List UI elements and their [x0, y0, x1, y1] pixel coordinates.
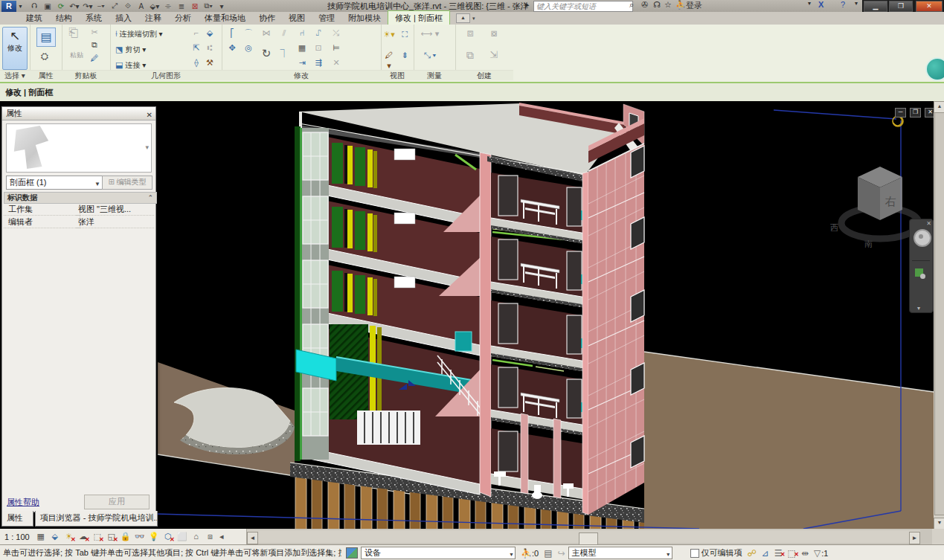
tag-icon[interactable]: ⟐ — [123, 1, 133, 10]
copy-modify-icon[interactable]: ◎ — [243, 42, 254, 53]
communication-icon[interactable]: ☊ — [653, 0, 661, 10]
search-binoculars-icon[interactable]: ⌕ — [629, 0, 634, 10]
app-menu-button[interactable]: R — [1, 1, 16, 12]
panel-properties-label[interactable]: 属性 — [30, 70, 62, 80]
steering-wheel-icon[interactable] — [914, 229, 931, 247]
thin-lines-icon[interactable]: ≣ — [176, 2, 187, 10]
active-workset-icon[interactable] — [346, 547, 358, 559]
measure-along-icon[interactable]: ⤡ ▾ — [420, 50, 440, 60]
property-value[interactable]: 张洋 — [76, 216, 154, 228]
paint-hammer-icon[interactable]: ⚒ — [204, 57, 216, 68]
filter-count[interactable]: :1 — [821, 549, 828, 558]
delete-icon[interactable]: ✕ — [330, 57, 342, 68]
tab-view[interactable]: 视图 — [282, 11, 312, 25]
unjoin-icon[interactable]: ⇱ — [190, 42, 202, 53]
sun-path-icon[interactable]: ☀✕ — [63, 531, 75, 542]
panel-geometry-label[interactable]: 几何图形 — [110, 70, 222, 80]
select-by-face-icon[interactable]: ⬚✕ — [788, 548, 796, 559]
cut-geometry-button[interactable]: ⬔剪切 ▾ — [115, 45, 146, 55]
redo-icon[interactable]: ↷▾ — [83, 2, 93, 10]
design-option-combo[interactable]: 主模型▼ — [568, 547, 672, 559]
zoom-tool-icon[interactable] — [915, 268, 923, 277]
compass-west[interactable]: 西 — [830, 223, 838, 232]
rotate-icon[interactable]: ↻ — [260, 48, 272, 59]
close-button[interactable]: ✕ — [916, 1, 943, 12]
section-box-rotate-handle[interactable] — [893, 116, 903, 126]
scroll-up-icon[interactable]: ▲ — [934, 101, 944, 113]
open-icon[interactable]: ⮉ — [29, 1, 39, 10]
tab-addins[interactable]: 附加模块 — [341, 11, 388, 25]
tab-annotate[interactable]: 注释 — [138, 11, 168, 25]
tab-insert[interactable]: 插入 — [109, 11, 138, 25]
paste-label[interactable]: 粘贴 — [65, 50, 88, 60]
copy-icon[interactable]: ⧉ — [89, 39, 100, 50]
exchange-apps-icon[interactable]: X — [818, 0, 823, 9]
panel-view-label[interactable]: 视图 — [381, 70, 414, 80]
palette-title[interactable]: 属性 ✕ — [2, 107, 155, 120]
properties-icon[interactable]: ▤ — [36, 28, 56, 47]
editing-requests-count[interactable]: :0 — [532, 549, 539, 558]
array-icon[interactable]: ▦ — [296, 42, 308, 53]
override-graphics-icon[interactable]: ⛶ — [399, 29, 411, 39]
switch-windows-icon[interactable]: ⧉▾ — [203, 1, 213, 10]
navbar-close-icon[interactable]: ✕ — [926, 220, 931, 227]
sync-icon[interactable]: ⟳ — [56, 2, 66, 10]
filter-icon[interactable]: ▽ — [814, 548, 821, 559]
ribbon-collapse-button[interactable]: ▲ — [456, 13, 470, 23]
beam-join-icon[interactable]: ⑆ — [204, 42, 216, 53]
constraints-icon[interactable]: ⧈ — [205, 531, 216, 542]
vertical-scroll-thumb[interactable] — [934, 112, 944, 515]
design-options-icon[interactable]: ▤ — [544, 548, 552, 559]
temporary-view-properties-icon[interactable]: ⬜ — [176, 531, 188, 542]
property-value[interactable]: 视图 "三维视... — [76, 203, 154, 216]
shadows-icon[interactable]: ☁✕ — [77, 531, 89, 542]
sign-in-label[interactable]: 登录 — [686, 0, 702, 11]
select-underlay-icon[interactable]: ⊿ — [762, 548, 769, 559]
move-icon[interactable]: ✥ — [226, 42, 238, 53]
restore-button[interactable]: ❐ — [889, 1, 913, 12]
apply-button[interactable]: 应用 — [84, 495, 150, 509]
trim-single-icon[interactable]: ⇥ — [296, 57, 308, 68]
editable-only-checkbox[interactable] — [690, 549, 699, 558]
create-assembly-icon[interactable]: ⧉ — [464, 50, 476, 60]
trim-icon[interactable]: ⏋ — [278, 48, 290, 59]
create-similar-icon[interactable]: ⧇ — [488, 28, 500, 38]
infocenter-expand-icon[interactable]: ▸ — [525, 0, 530, 10]
tab-structure[interactable]: 结构 — [49, 11, 79, 25]
scale-icon[interactable]: ▦ — [35, 531, 47, 542]
align-icon[interactable]: ⎡ — [226, 28, 238, 38]
active-workset-combo[interactable]: 设备▼ — [361, 547, 516, 559]
match-properties-icon[interactable]: 🖉 — [89, 53, 100, 63]
ribbon-collapse-arrow-icon[interactable]: ▾ — [472, 16, 475, 22]
tab-manage[interactable]: 管理 — [312, 11, 341, 25]
tab-collaborate[interactable]: 协作 — [252, 11, 282, 25]
modify-tool-button[interactable]: ↖ 修改 — [2, 27, 28, 70]
mirror-line-icon[interactable]: ⫽ — [278, 28, 290, 38]
compass-south[interactable]: 南 — [864, 239, 873, 248]
type-selector-arrow-icon[interactable]: ▼ — [94, 178, 100, 190]
help-icon[interactable]: ? — [841, 0, 845, 9]
dimension-icon[interactable]: ⤢ — [109, 1, 120, 10]
reveal-hidden-icon[interactable]: 💡 — [148, 531, 160, 542]
trim-multiple-icon[interactable]: ⇶ — [312, 57, 324, 68]
horizontal-scrollbar[interactable]: ◄ ► — [247, 530, 920, 543]
view-restore-icon[interactable]: ❐ — [910, 108, 921, 118]
worksharing-display-icon[interactable]: ⬡✕ — [162, 531, 174, 542]
join-end-cut-button[interactable]: ⟊连接端切割 ▾ — [115, 29, 163, 39]
split-gap-icon[interactable]: ⑀ — [312, 28, 324, 38]
palette-close-icon[interactable]: ✕ — [147, 109, 152, 121]
workset-combo-arrow-icon[interactable]: ▼ — [509, 550, 514, 559]
minimize-button[interactable]: ▁ — [864, 1, 887, 12]
undo-icon[interactable]: ↶▾ — [69, 2, 80, 10]
lock-view-icon[interactable]: 🔒 — [120, 531, 132, 542]
tab-massing-site[interactable]: 体量和场地 — [198, 11, 252, 25]
select-pinned-icon[interactable]: ☰✕ — [774, 548, 783, 559]
vertical-scrollbar[interactable]: ▲ ▼ — [934, 101, 944, 530]
select-links-icon[interactable]: ☍ — [748, 548, 757, 559]
edit-type-button[interactable]: ⊞ 编辑类型 — [102, 176, 152, 190]
tab-architecture[interactable]: 建筑 — [19, 11, 49, 25]
show-crop-icon[interactable]: ◱✕ — [106, 531, 118, 542]
text-icon[interactable]: A — [136, 2, 147, 10]
search-input[interactable]: 键入关键字或短语 — [533, 1, 633, 12]
default-3d-view-icon[interactable]: ⬙▾ — [150, 2, 160, 10]
